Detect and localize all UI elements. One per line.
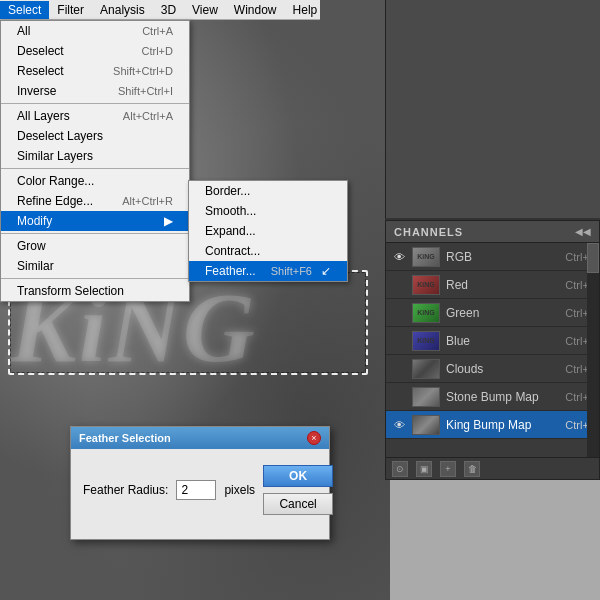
channel-row-green[interactable]: KiNG Green Ctrl+4	[386, 299, 599, 327]
menu-similar-layers[interactable]: Similar Layers	[1, 146, 189, 166]
channels-new-icon[interactable]: +	[440, 461, 456, 477]
dialog-body: Feather Radius: pixels OK Cancel	[71, 449, 329, 539]
menubar-help[interactable]: Help	[285, 1, 326, 19]
channels-header: CHANNELS ◀◀	[386, 221, 599, 243]
menubar-analysis[interactable]: Analysis	[92, 1, 153, 19]
menu-inverse[interactable]: Inverse Shift+Ctrl+I	[1, 81, 189, 101]
channel-thumb-green: KiNG	[412, 303, 440, 323]
menu-similar[interactable]: Similar	[1, 256, 189, 276]
channel-row-rgb[interactable]: 👁 KiNG RGB Ctrl+2	[386, 243, 599, 271]
dialog-cancel-button[interactable]: Cancel	[263, 493, 333, 515]
menu-deselect[interactable]: Deselect Ctrl+D	[1, 41, 189, 61]
channel-eye-clouds[interactable]	[390, 360, 408, 378]
dialog-ok-button[interactable]: OK	[263, 465, 333, 487]
channel-row-red[interactable]: KiNG Red Ctrl+3	[386, 271, 599, 299]
right-panel-top	[385, 0, 600, 220]
feather-radius-input[interactable]	[176, 480, 216, 500]
menu-all[interactable]: All Ctrl+A	[1, 21, 189, 41]
channel-thumb-red: KiNG	[412, 275, 440, 295]
select-menu: All Ctrl+A Deselect Ctrl+D Reselect Shif…	[0, 20, 190, 302]
menu-all-layers[interactable]: All Layers Alt+Ctrl+A	[1, 106, 189, 126]
menu-deselect-layers[interactable]: Deselect Layers	[1, 126, 189, 146]
channels-controls: ◀◀	[575, 226, 591, 237]
dialog-close-button[interactable]: ×	[307, 431, 321, 445]
modify-submenu: Border... Smooth... Expand... Contract..…	[188, 180, 348, 282]
channel-eye-rgb[interactable]: 👁	[390, 248, 408, 266]
channel-eye-kingbump[interactable]: 👁	[390, 416, 408, 434]
channel-row-blue[interactable]: KiNG Blue Ctrl+5	[386, 327, 599, 355]
channel-name-clouds: Clouds	[446, 362, 565, 376]
sep1	[1, 103, 189, 104]
feather-radius-label: Feather Radius:	[83, 483, 168, 497]
channels-footer: ⊙ ▣ + 🗑	[386, 457, 599, 479]
channels-panel: CHANNELS ◀◀ 👁 KiNG RGB Ctrl+2 KiNG Red C…	[385, 220, 600, 480]
channel-thumb-rgb: KiNG	[412, 247, 440, 267]
submenu-expand[interactable]: Expand...	[189, 221, 347, 241]
menu-refine-edge[interactable]: Refine Edge... Alt+Ctrl+R	[1, 191, 189, 211]
channels-dotted-circle-icon[interactable]: ⊙	[392, 461, 408, 477]
channel-name-green: Green	[446, 306, 565, 320]
channel-row-clouds[interactable]: Clouds Ctrl+6	[386, 355, 599, 383]
channel-row-kingbump[interactable]: 👁 King Bump Map Ctrl+8	[386, 411, 599, 439]
channel-thumb-blue: KiNG	[412, 331, 440, 351]
submenu-border[interactable]: Border...	[189, 181, 347, 201]
menu-reselect[interactable]: Reselect Shift+Ctrl+D	[1, 61, 189, 81]
channel-name-blue: Blue	[446, 334, 565, 348]
channels-collapse-btn[interactable]: ◀◀	[575, 226, 591, 237]
channels-title: CHANNELS	[394, 226, 463, 238]
scrollbar-thumb	[587, 243, 599, 273]
channel-eye-blue[interactable]	[390, 332, 408, 350]
sep2	[1, 168, 189, 169]
menubar-window[interactable]: Window	[226, 1, 285, 19]
feather-dialog: Feather Selection × Feather Radius: pixe…	[70, 426, 330, 540]
channel-thumb-stonebump	[412, 387, 440, 407]
channel-name-stonebump: Stone Bump Map	[446, 390, 565, 404]
channels-delete-icon[interactable]: 🗑	[464, 461, 480, 477]
menu-grow[interactable]: Grow	[1, 236, 189, 256]
channel-name-red: Red	[446, 278, 565, 292]
channel-eye-stonebump[interactable]	[390, 388, 408, 406]
submenu-feather[interactable]: Feather... Shift+F6 ↙	[189, 261, 347, 281]
menubar: Select Filter Analysis 3D View Window He…	[0, 0, 320, 20]
channel-name-kingbump: King Bump Map	[446, 418, 565, 432]
channel-thumb-clouds	[412, 359, 440, 379]
channels-save-icon[interactable]: ▣	[416, 461, 432, 477]
dialog-row: Feather Radius: pixels OK Cancel	[83, 465, 317, 515]
channel-eye-red[interactable]	[390, 276, 408, 294]
dialog-title: Feather Selection	[79, 432, 171, 444]
dialog-titlebar: Feather Selection ×	[71, 427, 329, 449]
menu-modify[interactable]: Modify ▶	[1, 211, 189, 231]
sep3	[1, 233, 189, 234]
submenu-smooth[interactable]: Smooth...	[189, 201, 347, 221]
menubar-3d[interactable]: 3D	[153, 1, 184, 19]
submenu-contract[interactable]: Contract...	[189, 241, 347, 261]
dialog-buttons: OK Cancel	[263, 465, 333, 515]
menu-transform-selection[interactable]: Transform Selection	[1, 281, 189, 301]
channel-thumb-kingbump	[412, 415, 440, 435]
channel-eye-green[interactable]	[390, 304, 408, 322]
channel-row-stonebump[interactable]: Stone Bump Map Ctrl+7	[386, 383, 599, 411]
channel-name-rgb: RGB	[446, 250, 565, 264]
menubar-select[interactable]: Select	[0, 1, 49, 19]
sep4	[1, 278, 189, 279]
feather-unit-label: pixels	[224, 483, 255, 497]
menubar-view[interactable]: View	[184, 1, 226, 19]
menubar-filter[interactable]: Filter	[49, 1, 92, 19]
channels-scrollbar[interactable]	[587, 243, 599, 457]
menu-color-range[interactable]: Color Range...	[1, 171, 189, 191]
